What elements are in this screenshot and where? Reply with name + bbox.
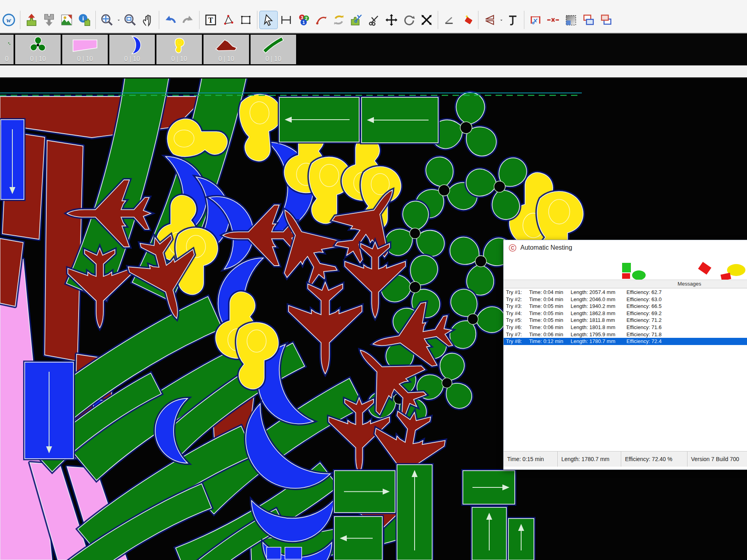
dropdown-caret-icon[interactable] <box>498 11 504 29</box>
export-part-icon[interactable] <box>40 11 58 29</box>
import-part-icon[interactable] <box>23 11 40 29</box>
zoom-window-icon[interactable] <box>121 11 139 29</box>
bring-front-icon[interactable] <box>579 11 597 29</box>
corner-fill-icon[interactable] <box>562 11 579 29</box>
pan-hand-icon[interactable] <box>139 11 156 29</box>
try-row-c-eff: Efficiency: 69.2 <box>626 310 662 316</box>
palette-cell-pink-trapezoid[interactable]: 0 | 10 <box>62 35 108 64</box>
select-arrow-icon[interactable] <box>260 11 277 29</box>
label-tag-icon[interactable] <box>458 11 476 29</box>
nesting-try-row[interactable]: Try #1:Time: 0:04 minLength: 2057.4 mmEf… <box>504 289 747 296</box>
preview-mini-part <box>698 262 711 274</box>
yellow-comma-part-icon <box>156 35 202 55</box>
palette-cell-yellow-comma[interactable]: 0 | 10 <box>156 35 202 64</box>
try-row-c-try: Try #8: <box>506 338 522 344</box>
propeller-part-icon <box>15 35 61 55</box>
toolbar-separator <box>478 11 478 29</box>
send-back-icon[interactable] <box>597 11 615 29</box>
try-row-c-time: Time: 0:05 min <box>529 317 563 323</box>
status-cell: Efficiency: 72.40 % <box>621 452 688 467</box>
try-row-c-try: Try #1: <box>506 289 522 295</box>
try-row-c-try: Try #3: <box>506 303 522 309</box>
nesting-try-row[interactable]: Try #2:Time: 0:04 minLength: 2046.0 mmEf… <box>504 296 747 303</box>
messages-header: Messages <box>504 280 747 288</box>
nested-poly-part[interactable] <box>45 140 83 361</box>
palette-cell-green-curl[interactable]: 0 | 10 <box>251 35 296 64</box>
rectangle-icon[interactable] <box>237 11 255 29</box>
preview-mini-part <box>622 263 631 272</box>
toolbar-separator <box>257 11 257 29</box>
dialog-title-bar[interactable]: C Automatic Nesting <box>504 240 747 255</box>
scale-icon[interactable] <box>418 11 435 29</box>
replace-icon[interactable] <box>330 11 348 29</box>
arc-icon[interactable] <box>312 11 330 29</box>
try-row-c-len: Length: 2046.0 mm <box>571 296 615 302</box>
automatic-nesting-dialog[interactable]: C Automatic Nesting Messages Try #1:Time… <box>503 240 747 470</box>
try-row-c-eff: Efficiency: 72.4 <box>626 338 662 344</box>
measure-icon[interactable] <box>277 11 295 29</box>
nesting-try-row[interactable]: Try #8:Time: 0:12 minLength: 1780.7 mmEf… <box>504 338 747 345</box>
nesting-app-icon: C <box>509 244 516 252</box>
part-count-label: 0 | 10 <box>171 55 187 64</box>
separator-band <box>0 65 747 79</box>
nesting-try-row[interactable]: Try #7:Time: 0:06 minLength: 1795.9 mmEf… <box>504 331 747 338</box>
svg-text:T: T <box>208 16 213 24</box>
preview-mini-part <box>622 273 630 279</box>
undo-icon[interactable] <box>162 11 179 29</box>
polygon-icon[interactable] <box>219 11 237 29</box>
try-row-c-time: Time: 0:05 min <box>529 303 563 309</box>
part-count-label: 0 | 10 <box>124 55 140 64</box>
try-row-c-len: Length: 1811.8 mm <box>571 317 615 323</box>
part-count-label: 0 | 10 <box>77 55 93 64</box>
scissors-icon[interactable] <box>365 11 383 29</box>
try-row-c-len: Length: 1795.9 mm <box>571 331 615 337</box>
mirror-icon[interactable] <box>481 11 498 29</box>
try-row-c-try: Try #7: <box>506 331 522 337</box>
dialog-title: Automatic Nesting <box>520 244 572 251</box>
palette-cell-partial[interactable]: 0 <box>0 35 14 64</box>
toolbar-separator <box>159 11 159 29</box>
rotate-text-icon[interactable] <box>504 11 522 29</box>
wiseman-logo[interactable]: w <box>0 11 18 29</box>
try-row-c-time: Time: 0:04 min <box>529 296 563 302</box>
nested-small-rect[interactable] <box>285 547 302 559</box>
try-row-c-len: Length: 1862.8 mm <box>571 310 615 316</box>
try-row-c-eff: Efficiency: 71.2 <box>626 317 662 323</box>
redo-icon[interactable] <box>179 11 197 29</box>
dialog-status-bar: Time: 0:15 minLength: 1780.7 mmEfficienc… <box>504 451 747 467</box>
nesting-try-row[interactable]: Try #6:Time: 0:06 minLength: 1801.8 mmEf… <box>504 324 747 331</box>
part-cut-icon[interactable] <box>348 11 365 29</box>
sequence-icon[interactable]: 321 <box>295 11 312 29</box>
part-count-label: 0 | 10 <box>30 55 46 64</box>
nesting-tries-list[interactable]: Try #1:Time: 0:04 minLength: 2057.4 mmEf… <box>504 289 747 408</box>
angle-icon[interactable] <box>441 11 458 29</box>
zoom-all-icon[interactable] <box>98 11 116 29</box>
move-icon[interactable] <box>383 11 400 29</box>
pink-trapezoid-part-icon <box>62 35 108 55</box>
part-info-icon[interactable]: i <box>75 11 93 29</box>
try-row-c-try: Try #6: <box>506 324 522 330</box>
image-icon[interactable] <box>58 11 75 29</box>
try-row-c-time: Time: 0:05 min <box>529 310 563 316</box>
status-cell: Time: 0:15 min <box>504 452 558 467</box>
toolbar-separator <box>20 11 20 29</box>
palette-cell-propeller[interactable]: 0 | 10 <box>15 35 61 64</box>
palette-cell-blue-crescent[interactable]: 0 | 10 <box>109 35 155 64</box>
break-icon[interactable] <box>544 11 562 29</box>
nesting-try-row[interactable]: Try #5:Time: 0:05 minLength: 1811.8 mmEf… <box>504 317 747 324</box>
toolbar-separator <box>95 11 96 29</box>
palette-cell-red-wedge[interactable]: 0 | 10 <box>204 35 249 64</box>
parts-palette: 00 | 100 | 100 | 100 | 100 | 100 | 10 <box>0 34 747 65</box>
svg-text:1: 1 <box>302 20 305 25</box>
nested-small-rect[interactable] <box>267 547 281 559</box>
try-row-c-eff: Efficiency: 63.0 <box>626 296 662 302</box>
dropdown-caret-icon[interactable] <box>116 11 121 29</box>
text-icon[interactable]: T <box>202 11 219 29</box>
status-cell: Version 7 Build 700 <box>688 452 747 467</box>
nesting-try-row[interactable]: Try #4:Time: 0:05 minLength: 1862.8 mmEf… <box>504 310 747 317</box>
bridge-cut-icon[interactable] <box>527 11 544 29</box>
nesting-try-row[interactable]: Try #3:Time: 0:05 minLength: 1940.2 mmEf… <box>504 303 747 310</box>
rotate-icon[interactable] <box>400 11 418 29</box>
partial-part-icon <box>0 35 14 55</box>
messages-label: Messages <box>678 281 701 287</box>
